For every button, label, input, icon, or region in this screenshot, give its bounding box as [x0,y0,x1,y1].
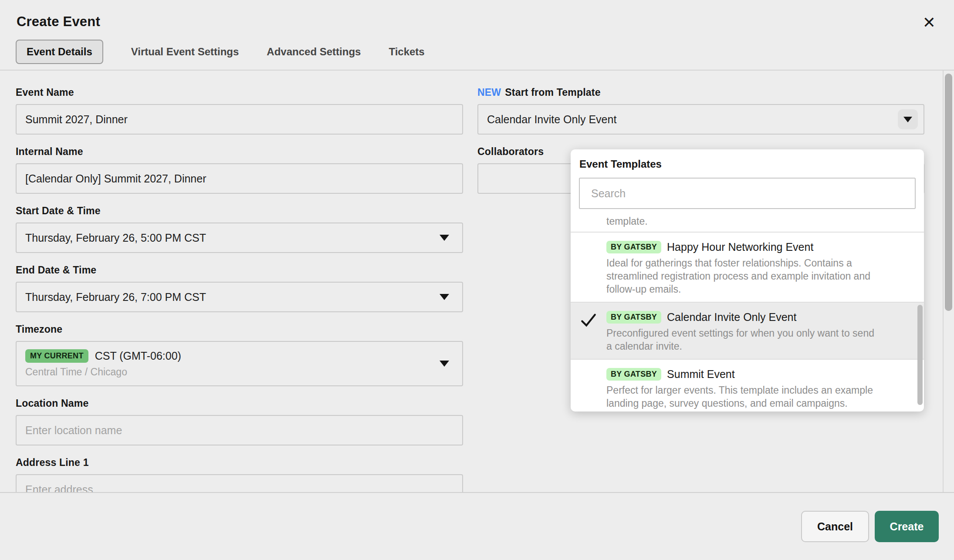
timezone-select[interactable]: MY CURRENT CST (GMT-06:00) Central Time … [16,341,463,386]
cancel-button[interactable]: Cancel [801,511,869,542]
tab-virtual-event-settings[interactable]: Virtual Event Settings [131,46,239,58]
timezone-label: Timezone [16,324,463,335]
start-datetime-value: Thursday, February 26, 5:00 PM CST [25,232,206,244]
by-gatsby-badge: BY GATSBY [606,241,661,253]
template-select-caret-button[interactable] [898,109,918,129]
chevron-down-icon [440,235,449,241]
template-item-title: Calendar Invite Only Event [667,311,796,324]
template-search-input[interactable] [579,178,916,209]
by-gatsby-badge: BY GATSBY [606,311,661,324]
start-datetime-label: Start Date & Time [16,205,463,217]
location-name-group: Location Name [16,398,463,445]
template-item-description: Perfect for larger events. This template… [606,384,882,410]
timezone-value: CST (GMT-06:00) [95,350,181,362]
address-line1-input[interactable] [16,474,463,492]
form-left-column: Event Name Internal Name Start Date & Ti… [16,87,463,492]
end-datetime-label: End Date & Time [16,264,463,276]
tab-bar: Event Details Virtual Event Settings Adv… [16,40,425,64]
modal-footer: Cancel Create [0,492,954,560]
end-datetime-group: End Date & Time Thursday, February 26, 7… [16,264,463,312]
template-select-value: Calendar Invite Only Event [487,113,616,126]
end-datetime-value: Thursday, February 26, 7:00 PM CST [25,291,206,304]
event-name-group: Event Name [16,87,463,135]
start-datetime-group: Start Date & Time Thursday, February 26,… [16,205,463,253]
end-datetime-select[interactable]: Thursday, February 26, 7:00 PM CST [16,282,463,312]
new-badge: NEW [477,87,501,98]
start-from-template-group: NEWStart from Template Calendar Invite O… [477,87,924,135]
my-current-badge: MY CURRENT [25,349,88,363]
timezone-group: Timezone MY CURRENT CST (GMT-06:00) Cent… [16,324,463,386]
tab-event-details[interactable]: Event Details [16,40,103,64]
template-item-calendar-invite-only[interactable]: BY GATSBY Calendar Invite Only Event Pre… [571,302,924,359]
start-from-template-label: NEWStart from Template [477,87,924,98]
template-item-summit[interactable]: BY GATSBY Summit Event Perfect for large… [571,359,924,412]
template-item-title: Summit Event [667,368,735,381]
template-list: template. BY GATSBY Happy Hour Networkin… [571,215,924,412]
internal-name-input[interactable] [16,163,463,194]
address-line1-label: Address Line 1 [16,457,463,469]
page-title: Create Event [17,14,100,30]
start-from-template-label-text: Start from Template [505,87,600,98]
event-templates-popup: Event Templates template. BY GATSBY Happ… [571,149,924,412]
popup-scrollbar-thumb[interactable] [917,305,923,405]
create-button[interactable]: Create [875,511,939,542]
template-select[interactable]: Calendar Invite Only Event [477,104,924,135]
template-item-happy-hour[interactable]: BY GATSBY Happy Hour Networking Event Id… [571,232,924,302]
event-name-input[interactable] [16,104,463,135]
modal-scrollbar-track[interactable] [943,71,954,492]
template-item-description: Preconfigured event settings for when yo… [606,327,882,353]
chevron-down-icon [440,361,449,367]
internal-name-group: Internal Name [16,146,463,194]
modal-scrollbar-thumb[interactable] [945,74,952,311]
close-icon[interactable]: ✕ [923,15,936,30]
location-name-input[interactable] [16,415,463,445]
chevron-down-icon [440,294,449,300]
location-name-label: Location Name [16,398,463,409]
clipped-template-description: template. [571,215,924,232]
popup-title: Event Templates [579,158,915,170]
timezone-subtext: Central Time / Chicago [25,366,127,378]
template-item-description: Ideal for gatherings that foster relatio… [606,256,882,296]
internal-name-label: Internal Name [16,146,463,158]
tab-tickets[interactable]: Tickets [389,46,424,58]
template-item-title: Happy Hour Networking Event [667,241,813,253]
by-gatsby-badge: BY GATSBY [606,368,661,381]
tab-advanced-settings[interactable]: Advanced Settings [267,46,361,58]
checkmark-icon [580,312,597,330]
event-name-label: Event Name [16,87,463,98]
address-line1-group: Address Line 1 [16,457,463,492]
chevron-down-icon [903,117,912,122]
start-datetime-select[interactable]: Thursday, February 26, 5:00 PM CST [16,223,463,253]
